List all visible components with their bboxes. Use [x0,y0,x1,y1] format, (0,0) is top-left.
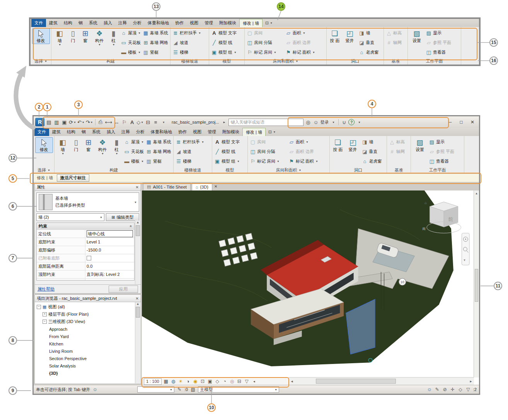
close-view-icon[interactable]: ✕ [214,184,217,189]
room-separator-button[interactable]: ◫ 房间 分隔 [249,147,287,156]
apply-button[interactable]: 应用 [109,286,138,293]
home-icon[interactable]: ⌂ [424,201,427,205]
tree-item-active[interactable]: {3D} [35,369,141,377]
column-button[interactable]: ▮ 柱▼ [111,137,123,156]
view-tab-sheet[interactable]: ▤ A001 - Title Sheet [143,183,191,190]
open-icon[interactable]: ▥ [53,118,60,126]
select-pinned-icon[interactable]: ⊘ [442,387,448,392]
default-3d-view-icon[interactable]: ◇▼ [136,118,143,126]
tab-steel[interactable]: 钢 [75,19,86,27]
revit-logo[interactable]: R [35,118,44,126]
checkbox[interactable] [87,256,91,260]
area-boundary-button[interactable]: ▱ 面积 边界 [288,147,328,156]
tab-annotate[interactable]: 注释 [115,19,130,27]
scroll-up-icon[interactable]: ▴ [474,190,479,196]
tab-addins[interactable]: 附加模块 [216,19,239,27]
drag-on-selection-icon[interactable]: ◇ [458,387,463,392]
ref-plane-button[interactable]: ▱ 参照 平面 [428,147,460,156]
sync-icon[interactable]: ⟳▼ [69,118,76,126]
property-value[interactable]: 0.0 [85,262,134,270]
tab-modify-wall[interactable]: 修改 | 墙 [239,19,263,27]
stair-button[interactable]: ☰ 楼梯 [172,48,208,57]
properties-help-link[interactable]: 属性帮助 [38,286,55,292]
curtain-grid-button[interactable]: ⊞ 幕墙 网格 [142,38,169,48]
tag-icon[interactable]: ⚐ [121,118,128,126]
tab-insert[interactable]: 插入 [101,19,115,27]
tab-analyze[interactable]: 分析 [133,128,148,136]
panel-label-circulation[interactable]: 楼梯坡道 [174,167,212,173]
edit-type-button[interactable]: ⊞ 编辑类型 [106,213,139,221]
reveal-hidden-icon[interactable]: ◎ [229,379,235,384]
visual-style-icon[interactable]: ◍ [170,379,176,384]
customize-qat-icon[interactable]: ▼ [160,118,167,126]
panel-label-room-area[interactable]: 房间和面积▼ [245,58,326,65]
horizontal-scrollbar[interactable]: ◂ ▸ [289,377,474,385]
scale-button[interactable]: 1 : 100 [144,378,162,385]
vertical-opening-button[interactable]: ◪ 垂直 [361,147,385,156]
tab-systems[interactable]: 系统 [86,19,101,27]
tab-structure[interactable]: 结构 [61,19,75,27]
redo-icon[interactable]: ↷▼ [86,118,93,126]
window-button[interactable]: ⊞ 窗 [82,137,94,153]
modify-button[interactable]: 修改 [32,28,50,44]
search-input[interactable] [228,119,303,126]
window-button[interactable]: ⊞ 窗 [79,28,91,44]
tag-area-button[interactable]: ⚑ 标记 面积▼ [285,48,325,57]
new-document-icon[interactable]: ▤ [46,118,52,126]
3d-model-view[interactable]: 10 ⌂ 前 南 [142,190,474,372]
design-option-icon[interactable]: ▧ [190,387,196,392]
panel-label-select[interactable]: 选择▼ [34,167,54,173]
curtain-system-button[interactable]: ▦ 幕墙 系统 [145,137,172,147]
ramp-button[interactable]: ◢ 坡道 [175,147,211,156]
tab-view[interactable]: 视图 [187,19,201,27]
property-value[interactable]: Level 1 [85,238,134,246]
properties-scrollbar[interactable]: ▲ [135,221,140,284]
scroll-up-icon[interactable]: ▲ [136,302,140,306]
show-work-plane-button[interactable]: ▨ 显示 [428,137,460,147]
tree-node-views[interactable]: − ▦ 视图 (all) [35,303,141,311]
close-button[interactable]: ✕ [467,118,477,126]
scroll-thumb[interactable] [136,225,140,236]
tab-collaborate[interactable]: 协作 [172,19,187,27]
ribbon-display-toggle[interactable]: ⊡▼ [263,19,275,27]
search-icon[interactable]: ◎ [305,118,311,126]
panel-label-select[interactable]: 选择▼ [31,58,51,65]
tree-item[interactable]: Kitchen [35,340,141,347]
select-underlay-icon[interactable]: ✎ [435,387,440,392]
property-value[interactable]: 墙中心线 [85,230,134,238]
panel-label-model[interactable]: 模型 [212,167,247,173]
scroll-up-icon[interactable]: ▲ [136,221,140,224]
scroll-thumb[interactable] [316,379,396,384]
view-tab-3d[interactable]: ⌂ {3D} [192,183,212,190]
user-icon[interactable]: ☺ [312,118,319,126]
scroll-right-icon[interactable]: ▸ [468,379,474,383]
close-icon[interactable]: ✕ [136,296,139,301]
tab-manage[interactable]: 管理 [201,19,216,27]
model-text-button[interactable]: A 模型 文字 [210,28,243,38]
set-work-plane-button[interactable]: ▧ 设置 [409,28,424,44]
tab-modify-wall[interactable]: 修改 | 墙 [242,128,266,136]
property-value[interactable]: -1500.0 [85,246,134,254]
nav-more-icon[interactable]: ▾ [464,258,465,262]
group-constraints[interactable]: 约束 « [37,223,134,230]
print-icon[interactable]: ⎙ [97,118,104,126]
component-button[interactable]: ❖ 构件▼ [92,28,107,47]
collapse-toggle-icon[interactable]: − [43,320,47,324]
tab-massing-site[interactable]: 体量和场地 [145,19,172,27]
panel-label-opening[interactable]: 洞口 [327,58,384,65]
project-browser-header[interactable]: 项目浏览器 - rac_basic_sample_project.rvt ✕ [35,295,141,302]
sun-path-icon[interactable]: ☀ [178,379,184,384]
tab-structure[interactable]: 结构 [64,128,78,136]
room-separator-button[interactable]: ◫ 房间 分隔 [246,38,284,48]
close-icon[interactable]: ✕ [136,185,139,189]
ribbon-display-toggle[interactable]: ⊡▼ [266,128,278,136]
level-button[interactable]: △ 标高 [385,28,406,38]
curtain-system-button[interactable]: ▦ 幕墙 系统 [142,28,169,38]
section-icon[interactable]: ⊟ [145,118,151,126]
room-button[interactable]: ▢ 房间 [249,137,287,147]
filter-icon[interactable]: ▽ [465,387,471,392]
vertical-opening-button[interactable]: ◪ 垂直 [358,38,382,48]
panel-label-circulation[interactable]: 楼梯坡道 [170,58,209,65]
wall-opening-button[interactable]: ◨ 墙 [361,137,385,147]
tab-collaborate[interactable]: 协作 [175,128,190,136]
